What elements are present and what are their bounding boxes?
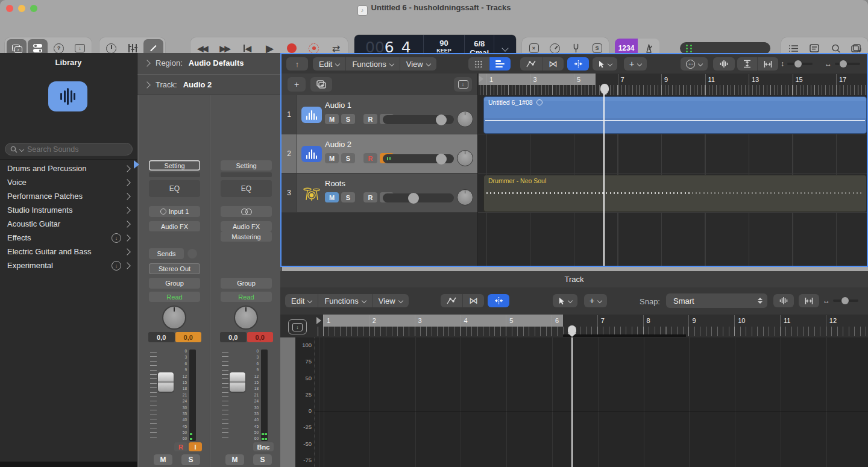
disclosure-icon[interactable] bbox=[143, 60, 150, 66]
snap-dropdown[interactable]: Smart bbox=[666, 293, 767, 308]
track-header-audio1[interactable]: 1 Audio 1 M S R I bbox=[281, 95, 477, 134]
record-enable-button[interactable]: R bbox=[363, 192, 377, 202]
functions-menu[interactable]: Functions bbox=[318, 294, 371, 307]
horizontal-auto-zoom-button[interactable] bbox=[757, 57, 778, 71]
audio-region-untitled6[interactable]: Untitled 6_1#08 bbox=[483, 96, 867, 134]
pan-knob[interactable] bbox=[162, 306, 186, 330]
library-item-acoustic-guitar[interactable]: Acoustic Guitar bbox=[0, 217, 137, 231]
disclosure-icon[interactable] bbox=[143, 81, 150, 88]
edit-menu[interactable]: Edit bbox=[285, 294, 318, 307]
library-item-electric-guitar[interactable]: Electric Guitar and Bass bbox=[0, 245, 137, 259]
mute-button[interactable]: M bbox=[325, 192, 339, 202]
track-name[interactable]: Audio 1 bbox=[325, 101, 351, 110]
sends-slot[interactable]: Sends bbox=[149, 248, 184, 259]
automation-mode-button[interactable]: Read bbox=[221, 292, 272, 302]
vzoom-knob[interactable] bbox=[794, 60, 802, 67]
library-item-effects[interactable]: Effects↓ bbox=[0, 231, 137, 245]
editor-bar-ruler[interactable]: 123456789101112 ↓ bbox=[280, 315, 868, 338]
solo-button[interactable]: S bbox=[341, 192, 355, 202]
hzoom-knob[interactable] bbox=[840, 60, 847, 67]
download-icon[interactable]: ↓ bbox=[112, 261, 121, 271]
mastering-slot[interactable]: Mastering bbox=[221, 231, 272, 242]
bounce-button[interactable]: Bnc bbox=[253, 442, 274, 451]
mute-button[interactable]: M bbox=[325, 153, 339, 163]
solo-button[interactable]: S bbox=[341, 114, 355, 124]
volume-knob[interactable] bbox=[436, 114, 447, 125]
solo-button[interactable]: S bbox=[253, 454, 272, 465]
region-inspector-float-button[interactable]: ⋯ bbox=[681, 57, 708, 71]
volume-value[interactable]: 0,0 bbox=[175, 332, 202, 342]
split-at-playhead-button[interactable] bbox=[488, 294, 509, 307]
playhead-marker[interactable] bbox=[568, 325, 576, 337]
add-track-button[interactable]: + bbox=[288, 77, 306, 92]
bar-ruler[interactable]: 1357911131517 bbox=[477, 74, 867, 95]
solo-button[interactable]: S bbox=[181, 454, 200, 465]
automation-button[interactable] bbox=[441, 294, 462, 307]
library-item-voice[interactable]: Voice bbox=[0, 175, 137, 189]
playhead-line[interactable] bbox=[603, 84, 605, 266]
automation-button[interactable] bbox=[520, 57, 542, 71]
download-icon[interactable]: ↓ bbox=[112, 233, 121, 243]
hzoom-track[interactable] bbox=[835, 63, 860, 65]
cpu-hd-meter[interactable] bbox=[680, 42, 770, 54]
region-inspector-header[interactable]: Region: Audio Defaults bbox=[137, 53, 280, 74]
eq-slot[interactable]: EQ bbox=[149, 180, 200, 197]
vertical-zoom-slider[interactable]: ↕ bbox=[781, 60, 813, 68]
volume-slider[interactable] bbox=[383, 154, 454, 163]
waveform-zoom-button[interactable] bbox=[713, 57, 735, 71]
automation-plot[interactable] bbox=[314, 337, 868, 467]
split-at-playhead-button[interactable] bbox=[567, 57, 589, 71]
channel-setting-button[interactable]: Setting bbox=[221, 160, 272, 171]
track-inspector-header[interactable]: Track: Audio 2 bbox=[137, 75, 280, 95]
editor-automation-area[interactable]: 1007550250-25-50-75 bbox=[280, 337, 868, 467]
horizontal-zoom-slider[interactable]: ↔ bbox=[823, 296, 858, 305]
hzoom-knob[interactable] bbox=[841, 297, 849, 304]
library-item-drums[interactable]: Drums and Percussion bbox=[0, 161, 137, 175]
horizontal-auto-zoom-button[interactable] bbox=[799, 294, 819, 307]
volume-slider[interactable] bbox=[383, 193, 454, 202]
library-item-experimental[interactable]: Experimental↓ bbox=[0, 259, 137, 272]
grid-view-button[interactable] bbox=[468, 57, 489, 71]
library-item-studio-instruments[interactable]: Studio Instruments bbox=[0, 203, 137, 217]
pan-value[interactable]: 0,0 bbox=[148, 332, 175, 342]
record-enable-button[interactable]: R bbox=[174, 442, 187, 451]
search-input[interactable] bbox=[26, 145, 119, 154]
track-header-roots[interactable]: 3 Roots M S R I bbox=[281, 174, 477, 213]
left-click-tool-menu[interactable] bbox=[553, 294, 577, 307]
drummer-region-neo-soul[interactable]: Drummer - Neo Soul bbox=[483, 175, 867, 212]
audio-fx-slot[interactable]: Audio FX bbox=[149, 221, 200, 231]
pan-knob[interactable] bbox=[457, 111, 473, 127]
functions-menu[interactable]: Functions bbox=[345, 57, 399, 71]
view-menu[interactable]: View bbox=[400, 57, 436, 71]
command-click-tool-menu[interactable]: + bbox=[584, 294, 607, 307]
track-name[interactable]: Audio 2 bbox=[325, 140, 351, 149]
channel-setting-button[interactable]: Setting bbox=[149, 160, 200, 171]
vertical-auto-zoom-button[interactable] bbox=[737, 57, 757, 71]
marquee-button[interactable]: ⋈ bbox=[462, 294, 484, 307]
pan-knob[interactable] bbox=[457, 150, 473, 166]
volume-knob[interactable] bbox=[436, 154, 447, 165]
solo-button[interactable]: S bbox=[341, 153, 355, 163]
mute-button[interactable]: M bbox=[154, 454, 172, 465]
audio-fx-slot[interactable]: Audio FX bbox=[221, 221, 272, 231]
pan-knob[interactable] bbox=[234, 306, 258, 330]
output-slot[interactable]: Stereo Out bbox=[149, 263, 200, 274]
search-sounds-field[interactable] bbox=[5, 143, 133, 155]
record-enable-button[interactable]: R bbox=[363, 114, 377, 124]
volume-fader[interactable]: 03691215182124303540455060 bbox=[222, 349, 272, 441]
view-menu[interactable]: View bbox=[372, 294, 409, 307]
volume-slider[interactable] bbox=[383, 115, 454, 124]
group-slot[interactable]: Group bbox=[221, 278, 272, 289]
eq-slot[interactable]: EQ bbox=[221, 180, 272, 197]
mute-button[interactable]: M bbox=[225, 454, 244, 465]
stereo-format-button[interactable] bbox=[221, 206, 272, 217]
catch-playhead-button[interactable]: ↑ bbox=[286, 57, 308, 71]
automation-mode-button[interactable]: Read bbox=[149, 292, 200, 302]
track-name[interactable]: Roots bbox=[325, 179, 345, 188]
input-monitor-button[interactable]: I bbox=[189, 442, 202, 451]
loop-badge-icon[interactable] bbox=[536, 99, 542, 105]
send-knob[interactable] bbox=[187, 249, 197, 259]
command-click-tool-menu[interactable]: + bbox=[624, 57, 647, 71]
fader-cap[interactable] bbox=[230, 372, 245, 392]
fader-cap[interactable] bbox=[158, 372, 174, 392]
